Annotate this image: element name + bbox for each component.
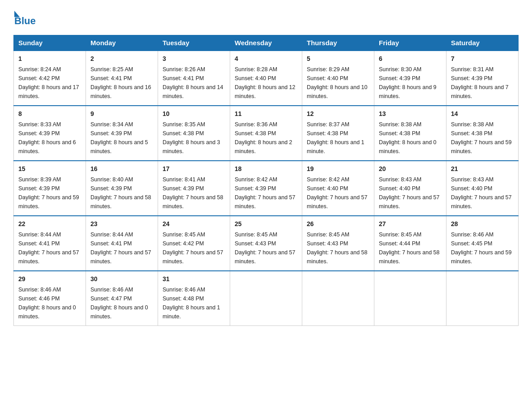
day-info: Sunrise: 8:37 AMSunset: 4:38 PMDaylight:… bbox=[307, 121, 365, 154]
day-number: 14 bbox=[451, 109, 514, 119]
day-number: 4 bbox=[235, 54, 297, 64]
calendar-cell: 3Sunrise: 8:26 AMSunset: 4:41 PMDaylight… bbox=[158, 51, 230, 106]
day-info: Sunrise: 8:29 AMSunset: 4:40 PMDaylight:… bbox=[307, 66, 368, 99]
day-number: 31 bbox=[163, 274, 225, 284]
logo: Blue bbox=[13, 9, 36, 27]
day-number: 30 bbox=[90, 274, 153, 284]
day-number: 27 bbox=[379, 219, 442, 229]
calendar-cell bbox=[302, 271, 374, 326]
column-header-saturday: Saturday bbox=[446, 35, 519, 51]
day-number: 19 bbox=[307, 164, 369, 174]
day-info: Sunrise: 8:46 AMSunset: 4:46 PMDaylight:… bbox=[18, 287, 76, 320]
day-info: Sunrise: 8:44 AMSunset: 4:41 PMDaylight:… bbox=[18, 231, 79, 265]
calendar-week-row: 8Sunrise: 8:33 AMSunset: 4:39 PMDaylight… bbox=[14, 106, 519, 161]
day-number: 29 bbox=[18, 274, 81, 284]
day-number: 8 bbox=[18, 109, 81, 119]
day-number: 1 bbox=[18, 54, 81, 64]
day-info: Sunrise: 8:45 AMSunset: 4:42 PMDaylight:… bbox=[163, 231, 223, 265]
day-number: 21 bbox=[451, 164, 514, 174]
day-info: Sunrise: 8:46 AMSunset: 4:47 PMDaylight:… bbox=[90, 287, 148, 320]
calendar-cell: 16Sunrise: 8:40 AMSunset: 4:39 PMDayligh… bbox=[86, 161, 158, 216]
column-header-thursday: Thursday bbox=[302, 35, 374, 51]
day-info: Sunrise: 8:28 AMSunset: 4:40 PMDaylight:… bbox=[235, 66, 296, 99]
calendar-week-row: 1Sunrise: 8:24 AMSunset: 4:42 PMDaylight… bbox=[14, 51, 519, 106]
day-number: 28 bbox=[451, 219, 514, 229]
column-header-monday: Monday bbox=[86, 35, 158, 51]
day-info: Sunrise: 8:25 AMSunset: 4:41 PMDaylight:… bbox=[90, 66, 151, 99]
day-info: Sunrise: 8:24 AMSunset: 4:42 PMDaylight:… bbox=[18, 66, 79, 99]
calendar-cell: 26Sunrise: 8:45 AMSunset: 4:43 PMDayligh… bbox=[302, 216, 374, 271]
day-info: Sunrise: 8:44 AMSunset: 4:41 PMDaylight:… bbox=[90, 231, 151, 265]
calendar-cell: 25Sunrise: 8:45 AMSunset: 4:43 PMDayligh… bbox=[230, 216, 302, 271]
calendar-cell bbox=[446, 271, 519, 326]
day-number: 16 bbox=[90, 164, 153, 174]
day-info: Sunrise: 8:46 AMSunset: 4:48 PMDaylight:… bbox=[163, 287, 220, 320]
calendar-table: SundayMondayTuesdayWednesdayThursdayFrid… bbox=[13, 35, 519, 326]
page-header: Blue bbox=[13, 9, 519, 27]
calendar-cell: 19Sunrise: 8:42 AMSunset: 4:40 PMDayligh… bbox=[302, 161, 374, 216]
column-header-sunday: Sunday bbox=[14, 35, 86, 51]
calendar-cell bbox=[374, 271, 446, 326]
calendar-cell: 6Sunrise: 8:30 AMSunset: 4:39 PMDaylight… bbox=[374, 51, 446, 106]
day-info: Sunrise: 8:42 AMSunset: 4:40 PMDaylight:… bbox=[307, 176, 368, 210]
calendar-cell: 4Sunrise: 8:28 AMSunset: 4:40 PMDaylight… bbox=[230, 51, 302, 106]
calendar-week-row: 15Sunrise: 8:39 AMSunset: 4:39 PMDayligh… bbox=[14, 161, 519, 216]
column-header-friday: Friday bbox=[374, 35, 446, 51]
calendar-cell: 2Sunrise: 8:25 AMSunset: 4:41 PMDaylight… bbox=[86, 51, 158, 106]
calendar-cell: 18Sunrise: 8:42 AMSunset: 4:39 PMDayligh… bbox=[230, 161, 302, 216]
day-number: 10 bbox=[163, 109, 225, 119]
calendar-cell: 8Sunrise: 8:33 AMSunset: 4:39 PMDaylight… bbox=[14, 106, 86, 161]
calendar-cell: 17Sunrise: 8:41 AMSunset: 4:39 PMDayligh… bbox=[158, 161, 230, 216]
day-info: Sunrise: 8:30 AMSunset: 4:39 PMDaylight:… bbox=[379, 66, 437, 99]
day-number: 23 bbox=[90, 219, 153, 229]
day-number: 22 bbox=[18, 219, 81, 229]
calendar-cell bbox=[230, 271, 302, 326]
day-info: Sunrise: 8:35 AMSunset: 4:38 PMDaylight:… bbox=[163, 121, 220, 154]
day-number: 2 bbox=[90, 54, 153, 64]
calendar-cell: 7Sunrise: 8:31 AMSunset: 4:39 PMDaylight… bbox=[446, 51, 519, 106]
day-number: 20 bbox=[379, 164, 442, 174]
calendar-cell: 10Sunrise: 8:35 AMSunset: 4:38 PMDayligh… bbox=[158, 106, 230, 161]
day-number: 26 bbox=[307, 219, 369, 229]
day-number: 3 bbox=[163, 54, 225, 64]
calendar-cell: 14Sunrise: 8:38 AMSunset: 4:38 PMDayligh… bbox=[446, 106, 519, 161]
column-header-tuesday: Tuesday bbox=[158, 35, 230, 51]
calendar-week-row: 29Sunrise: 8:46 AMSunset: 4:46 PMDayligh… bbox=[14, 271, 519, 326]
calendar-cell: 9Sunrise: 8:34 AMSunset: 4:39 PMDaylight… bbox=[86, 106, 158, 161]
calendar-cell: 1Sunrise: 8:24 AMSunset: 4:42 PMDaylight… bbox=[14, 51, 86, 106]
day-number: 9 bbox=[90, 109, 153, 119]
calendar-header-row: SundayMondayTuesdayWednesdayThursdayFrid… bbox=[14, 35, 519, 51]
day-info: Sunrise: 8:36 AMSunset: 4:38 PMDaylight:… bbox=[235, 121, 292, 154]
calendar-cell: 15Sunrise: 8:39 AMSunset: 4:39 PMDayligh… bbox=[14, 161, 86, 216]
calendar-cell: 13Sunrise: 8:38 AMSunset: 4:38 PMDayligh… bbox=[374, 106, 446, 161]
day-info: Sunrise: 8:46 AMSunset: 4:45 PMDaylight:… bbox=[451, 231, 512, 265]
day-info: Sunrise: 8:34 AMSunset: 4:39 PMDaylight:… bbox=[90, 121, 148, 154]
day-number: 11 bbox=[235, 109, 297, 119]
day-number: 24 bbox=[163, 219, 225, 229]
day-number: 17 bbox=[163, 164, 225, 174]
day-number: 6 bbox=[379, 54, 442, 64]
day-info: Sunrise: 8:45 AMSunset: 4:43 PMDaylight:… bbox=[235, 231, 296, 265]
day-info: Sunrise: 8:31 AMSunset: 4:39 PMDaylight:… bbox=[451, 66, 509, 99]
day-number: 18 bbox=[235, 164, 297, 174]
day-info: Sunrise: 8:41 AMSunset: 4:39 PMDaylight:… bbox=[163, 176, 223, 210]
calendar-cell: 27Sunrise: 8:45 AMSunset: 4:44 PMDayligh… bbox=[374, 216, 446, 271]
day-number: 12 bbox=[307, 109, 369, 119]
calendar-cell: 11Sunrise: 8:36 AMSunset: 4:38 PMDayligh… bbox=[230, 106, 302, 161]
day-info: Sunrise: 8:33 AMSunset: 4:39 PMDaylight:… bbox=[18, 121, 76, 154]
day-number: 5 bbox=[307, 54, 369, 64]
day-info: Sunrise: 8:45 AMSunset: 4:44 PMDaylight:… bbox=[379, 231, 440, 265]
day-number: 7 bbox=[451, 54, 514, 64]
calendar-cell: 5Sunrise: 8:29 AMSunset: 4:40 PMDaylight… bbox=[302, 51, 374, 106]
calendar-cell: 22Sunrise: 8:44 AMSunset: 4:41 PMDayligh… bbox=[14, 216, 86, 271]
day-info: Sunrise: 8:43 AMSunset: 4:40 PMDaylight:… bbox=[451, 176, 512, 210]
day-info: Sunrise: 8:39 AMSunset: 4:39 PMDaylight:… bbox=[18, 176, 79, 210]
day-info: Sunrise: 8:26 AMSunset: 4:41 PMDaylight:… bbox=[163, 66, 223, 99]
day-info: Sunrise: 8:40 AMSunset: 4:39 PMDaylight:… bbox=[90, 176, 151, 210]
calendar-cell: 12Sunrise: 8:37 AMSunset: 4:38 PMDayligh… bbox=[302, 106, 374, 161]
calendar-cell: 21Sunrise: 8:43 AMSunset: 4:40 PMDayligh… bbox=[446, 161, 519, 216]
calendar-cell: 28Sunrise: 8:46 AMSunset: 4:45 PMDayligh… bbox=[446, 216, 519, 271]
day-info: Sunrise: 8:42 AMSunset: 4:39 PMDaylight:… bbox=[235, 176, 296, 210]
day-number: 25 bbox=[235, 219, 297, 229]
day-number: 15 bbox=[18, 164, 81, 174]
